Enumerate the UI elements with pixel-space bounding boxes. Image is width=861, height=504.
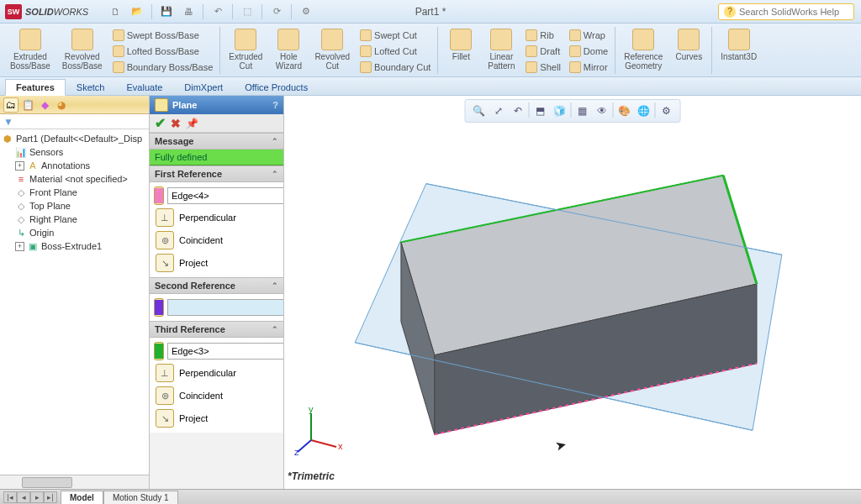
tree-boss-extrude[interactable]: +▣Boss-Extrude1 xyxy=(2,239,147,253)
fillet-button[interactable]: Fillet xyxy=(441,27,480,63)
feature-tree[interactable]: ⬢Part1 (Default<<Default>_Disp 📊Sensors … xyxy=(0,129,149,475)
tab-office-products[interactable]: Office Products xyxy=(234,79,319,95)
zoom-area-icon[interactable]: ⤢ xyxy=(490,102,507,119)
draft-button[interactable]: Draft xyxy=(526,45,560,57)
pm-ref2-header[interactable]: Second Reference⌃ xyxy=(150,277,283,294)
ref3-perpendicular[interactable]: ⊥Perpendicular xyxy=(154,363,279,383)
ref2-selection[interactable] xyxy=(154,298,279,317)
view-orient-icon[interactable]: 🧊 xyxy=(552,102,568,119)
feature-manager-panel: 🗂 📋 ◆ ◕ ▼ ⬢Part1 (Default<<Default>_Disp… xyxy=(0,96,150,489)
swept-boss-button[interactable]: Swept Boss/Base xyxy=(113,29,214,41)
shell-button[interactable]: Shell xyxy=(526,61,560,73)
tab-dimxpert[interactable]: DimXpert xyxy=(173,79,234,95)
save-icon[interactable]: 💾 xyxy=(156,3,177,21)
tree-annotations[interactable]: +AAnnotations xyxy=(2,159,147,172)
rebuild-icon[interactable]: ⟳ xyxy=(267,3,287,21)
hole-wizard-button[interactable]: Hole Wizard xyxy=(269,27,308,72)
pm-ref1-header[interactable]: First Reference⌃ xyxy=(150,165,283,182)
bottom-tab-motion[interactable]: Motion Study 1 xyxy=(103,491,178,504)
ref3-project[interactable]: ↘Project xyxy=(154,408,279,428)
lofted-cut-button[interactable]: Lofted Cut xyxy=(360,45,430,57)
bottom-tab-model[interactable]: Model xyxy=(61,491,103,504)
ok-icon[interactable]: ✔ xyxy=(155,115,166,131)
fm-tab-dim-icon[interactable]: ◕ xyxy=(54,97,69,113)
ref3-input[interactable] xyxy=(167,343,284,360)
print-icon[interactable]: 🖶 xyxy=(178,3,198,21)
new-icon[interactable]: 🗋 xyxy=(105,3,125,21)
ref3-coincident[interactable]: ⊚Coincident xyxy=(154,386,279,406)
first-tab-icon[interactable]: |◂ xyxy=(3,491,17,503)
svg-text:y: y xyxy=(309,407,314,414)
perp-icon: ⊥ xyxy=(156,208,174,227)
extruded-cut-button[interactable]: Extruded Cut xyxy=(224,27,267,72)
undo-icon[interactable]: ↶ xyxy=(208,3,228,21)
display-style-icon[interactable]: ▦ xyxy=(574,102,591,119)
fm-tab-property-icon[interactable]: 📋 xyxy=(20,97,35,113)
bottom-tab-nav[interactable]: |◂ ◂ ▸ ▸| xyxy=(3,491,57,503)
tab-evaluate[interactable]: Evaluate xyxy=(116,79,174,95)
mirror-button[interactable]: Mirror xyxy=(569,61,608,73)
last-tab-icon[interactable]: ▸| xyxy=(44,491,57,503)
app-name: SOLIDWORKS xyxy=(25,5,88,18)
curves-button[interactable]: Curves xyxy=(669,27,708,63)
swept-cut-button[interactable]: Swept Cut xyxy=(360,29,430,41)
fm-tab-tree-icon[interactable]: 🗂 xyxy=(3,97,18,113)
pm-ref3-header[interactable]: Third Reference⌃ xyxy=(150,321,283,338)
proj-icon: ↘ xyxy=(156,254,174,272)
section-view-icon[interactable]: ⬒ xyxy=(532,102,549,119)
view-settings-icon[interactable]: ⚙ xyxy=(658,102,675,119)
view-toolbar: 🔍 ⤢ ↶ ⬒ 🧊 ▦ 👁 🎨 🌐 ⚙ xyxy=(465,99,681,123)
revolved-boss-button[interactable]: Revolved Boss/Base xyxy=(57,27,108,72)
tab-features[interactable]: Features xyxy=(5,79,66,96)
lofted-boss-button[interactable]: Lofted Boss/Base xyxy=(113,45,214,57)
prev-tab-icon[interactable]: ◂ xyxy=(17,491,30,503)
appearance-icon[interactable]: 🎨 xyxy=(616,102,633,119)
tree-origin[interactable]: ↳Origin xyxy=(2,226,147,239)
pm-help-icon[interactable]: ? xyxy=(272,100,278,110)
open-icon[interactable]: 📂 xyxy=(127,3,147,21)
tree-front-plane[interactable]: ◇Front Plane xyxy=(2,186,147,199)
orientation-triad-icon: x y z xyxy=(294,407,345,457)
ref1-perpendicular[interactable]: ⊥Perpendicular xyxy=(154,207,279,228)
ref1-project[interactable]: ↘Project xyxy=(154,253,279,273)
select-icon[interactable]: ⬚ xyxy=(237,3,257,21)
graphics-viewport[interactable]: 🔍 ⤢ ↶ ⬒ 🧊 ▦ 👁 🎨 🌐 ⚙ xyxy=(284,96,861,489)
pin-icon[interactable]: 📌 xyxy=(186,118,198,129)
ref2-input[interactable] xyxy=(167,299,284,316)
cancel-icon[interactable]: ✖ xyxy=(171,117,181,130)
fm-tab-config-icon[interactable]: ◆ xyxy=(37,97,52,113)
ref1-selection[interactable] xyxy=(154,186,279,205)
pm-message-text: Fully defined xyxy=(150,150,283,165)
fm-hscroll[interactable] xyxy=(0,475,149,489)
tree-right-plane[interactable]: ◇Right Plane xyxy=(2,213,147,226)
zoom-fit-icon[interactable]: 🔍 xyxy=(471,102,488,119)
instant3d-button[interactable]: Instant3D xyxy=(716,27,762,63)
ref1-coincident[interactable]: ⊚Coincident xyxy=(154,230,279,250)
dome-button[interactable]: Dome xyxy=(569,45,608,57)
tab-sketch[interactable]: Sketch xyxy=(66,79,116,95)
hide-show-icon[interactable]: 👁 xyxy=(594,102,610,119)
linear-pattern-button[interactable]: Linear Pattern xyxy=(482,27,520,72)
tree-material[interactable]: ≡Material <not specified> xyxy=(2,172,147,186)
ref1-input[interactable] xyxy=(167,187,284,204)
prev-view-icon[interactable]: ↶ xyxy=(510,102,526,119)
fm-filter-icon[interactable]: ▼ xyxy=(0,114,149,129)
scene-icon[interactable]: 🌐 xyxy=(636,102,652,119)
boundary-boss-button[interactable]: Boundary Boss/Base xyxy=(113,61,214,73)
extruded-boss-button[interactable]: Extruded Boss/Base xyxy=(5,27,55,72)
search-help[interactable]: ? xyxy=(718,3,854,20)
tree-root[interactable]: ⬢Part1 (Default<<Default>_Disp xyxy=(2,132,147,145)
wrap-button[interactable]: Wrap xyxy=(569,29,608,41)
rib-button[interactable]: Rib xyxy=(526,29,560,41)
options-icon[interactable]: ⚙ xyxy=(296,3,316,21)
tree-top-plane[interactable]: ◇Top Plane xyxy=(2,199,147,213)
bottom-tab-bar: |◂ ◂ ▸ ▸| Model Motion Study 1 xyxy=(0,489,861,504)
ref-geometry-button[interactable]: Reference Geometry xyxy=(619,27,668,72)
next-tab-icon[interactable]: ▸ xyxy=(30,491,44,503)
boundary-cut-button[interactable]: Boundary Cut xyxy=(360,61,430,73)
ref3-selection[interactable] xyxy=(154,342,279,360)
tree-sensors[interactable]: 📊Sensors xyxy=(2,145,147,159)
revolved-cut-button[interactable]: Revolved Cut xyxy=(309,27,355,72)
search-help-input[interactable] xyxy=(739,7,848,17)
pm-message-header[interactable]: Message⌃ xyxy=(150,133,283,150)
